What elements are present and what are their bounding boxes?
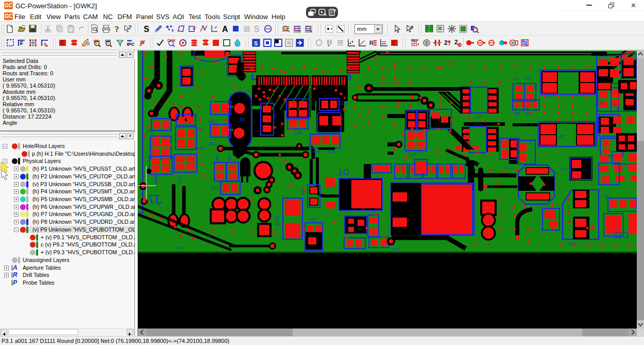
svg-text:2: 2 [454,39,458,46]
svg-text:C70: C70 [612,103,620,107]
svg-text:A: A [222,25,228,34]
svg-text:C52: C52 [178,176,182,183]
svg-text:C41: C41 [524,76,531,80]
svg-text:?: ? [115,25,119,34]
svg-text:R50: R50 [312,150,320,154]
svg-text:F: F [20,41,23,46]
svg-text:R6: R6 [417,150,421,153]
svg-text:D11: D11 [274,216,280,225]
svg-text:C: C [392,40,396,46]
svg-text:D14: D14 [408,153,416,157]
svg-text:C32: C32 [209,119,217,124]
svg-text:D1: D1 [338,168,349,177]
svg-text:D12: D12 [613,231,628,240]
svg-text:C3: C3 [417,103,421,106]
svg-text:TAR: TAR [228,154,231,161]
svg-text:J7: J7 [147,192,161,207]
svg-text:TR2: TR2 [556,134,565,139]
svg-text:R14: R14 [155,175,158,182]
svg-text:D6: D6 [147,128,153,133]
svg-text:C33: C33 [209,141,217,146]
svg-text:?: ? [128,24,132,30]
svg-text:C22: C22 [339,101,348,106]
svg-text:R: R [369,40,374,46]
svg-text:C25: C25 [210,186,218,191]
svg-text:S: S [254,40,258,46]
svg-text:S: S [254,25,260,34]
svg-text:R51: R51 [294,130,302,136]
svg-text:REF: REF [411,39,419,42]
svg-text:C13: C13 [560,167,567,171]
svg-text:C42: C42 [513,77,520,80]
svg-text:D13: D13 [308,217,316,222]
svg-text:DFM: DFM [167,39,175,42]
svg-text:R145: R145 [195,146,205,151]
svg-text:C: C [60,40,64,46]
svg-text:R88: R88 [595,102,602,106]
svg-text:TP1: TP1 [176,247,182,250]
svg-text:R45: R45 [327,150,335,154]
svg-text:2: 2 [444,39,448,46]
svg-text:TR1: TR1 [546,93,554,98]
svg-text:R5: R5 [273,114,277,120]
svg-text:IPC: IPC [127,42,135,47]
svg-text:R4B: R4B [215,154,219,161]
svg-text:U1: U1 [475,114,481,119]
svg-text:X1: X1 [239,117,245,123]
svg-text:C4: C4 [504,166,509,170]
svg-text:S: S [144,25,149,34]
svg-text:TP1: TP1 [392,247,399,252]
svg-text:R66: R66 [513,111,520,115]
svg-text:R12: R12 [301,189,304,195]
